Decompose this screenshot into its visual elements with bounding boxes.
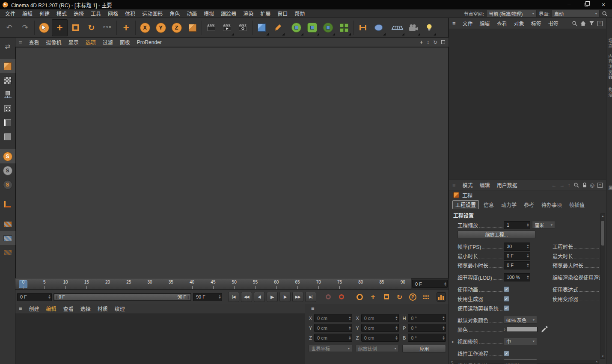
menu-help[interactable]: 帮助 <box>291 10 308 17</box>
mat-menu-edit[interactable]: 编辑 <box>43 305 60 312</box>
subdivision-surface-button[interactable] <box>288 19 304 36</box>
menu-file[interactable]: 文件 <box>2 10 19 17</box>
extrude-generator-button[interactable] <box>304 19 320 36</box>
close-button[interactable]: × <box>595 0 612 9</box>
coordinate-system-toggle[interactable] <box>184 19 200 36</box>
coordinates-burger-icon[interactable]: ≡ <box>308 305 318 312</box>
pos-x-field[interactable]: 0 cm▲▼ <box>314 314 352 322</box>
om-menu-file[interactable]: 文件 <box>459 20 476 27</box>
history-up-icon[interactable]: ↑ <box>568 182 570 188</box>
y-axis-lock[interactable]: Y <box>153 19 169 36</box>
vp-menu-panel[interactable]: 面板 <box>116 38 134 46</box>
rotate-tool[interactable]: ↻ <box>83 19 99 36</box>
am-search-icon[interactable] <box>573 182 579 188</box>
tab-dynamics[interactable]: 动力学 <box>499 201 519 209</box>
side-tab-structure[interactable]: 构造 <box>607 87 612 98</box>
recent-tool[interactable]: + <box>118 19 134 36</box>
scale-tool[interactable] <box>68 19 83 36</box>
live-selection-tool[interactable] <box>36 19 52 36</box>
key-parameter-toggle[interactable]: P <box>407 292 419 302</box>
material-burger-icon[interactable]: ≡ <box>15 305 26 312</box>
tab-todo[interactable]: 待办事项 <box>539 201 564 209</box>
om-home-icon[interactable] <box>580 21 586 26</box>
size-y-field[interactable]: 0 cm▲▼ <box>361 324 399 332</box>
fps-field[interactable]: 30▲▼ <box>504 243 530 251</box>
volume-builder-button[interactable] <box>320 19 336 36</box>
history-back-icon[interactable]: ← <box>552 182 557 188</box>
mat-menu-texture[interactable]: 纹理 <box>111 305 128 312</box>
interface-dropdown[interactable]: 启动▼ <box>552 10 600 17</box>
key-scale-toggle[interactable] <box>380 292 392 302</box>
go-to-end-button[interactable]: ▶| <box>305 292 316 302</box>
attribute-vertical-scrollbar[interactable]: ▲ ▼ <box>600 213 605 359</box>
object-burger-icon[interactable]: ≡ <box>449 20 459 27</box>
view-clipping-dropdown[interactable]: 中▼ <box>504 338 537 345</box>
menu-render[interactable]: 渲染 <box>240 10 257 17</box>
om-search-icon[interactable] <box>572 21 577 26</box>
enable-axis-button[interactable] <box>0 197 15 211</box>
am-menu-userdata[interactable]: 用户数据 <box>493 181 521 189</box>
camera-button[interactable] <box>405 19 421 36</box>
pan-view-icon[interactable]: + <box>420 39 423 45</box>
om-menu-view[interactable]: 查看 <box>493 20 511 27</box>
menu-simulate[interactable]: 模拟 <box>200 10 217 17</box>
color-expander-icon[interactable]: › <box>504 326 505 332</box>
workplane-tile-b-button[interactable] <box>0 231 15 245</box>
mat-menu-material[interactable]: 材质 <box>94 305 111 312</box>
om-menu-edit[interactable]: 编辑 <box>476 20 493 27</box>
am-target-icon[interactable]: ◎ <box>590 182 594 188</box>
scroll-down-arrow[interactable]: ▼ <box>601 354 605 358</box>
material-list-area[interactable] <box>15 314 305 364</box>
node-space-dropdown[interactable]: 当前 (标准/物理)▼ <box>486 10 537 17</box>
key-rotation-toggle[interactable]: ↻ <box>394 292 405 302</box>
vp-menu-view[interactable]: 查看 <box>26 38 43 46</box>
polygons-mode-button[interactable] <box>0 130 15 144</box>
tab-keyinterp[interactable]: 帧插值 <box>567 201 587 209</box>
render-view-button[interactable] <box>203 19 219 36</box>
previous-key-button[interactable]: ◀◀ <box>241 292 252 302</box>
project-scale-field[interactable]: 1▲▼ <box>504 221 530 229</box>
project-scale-unit-dropdown[interactable]: 厘米▼ <box>532 222 555 229</box>
default-color-dropdown[interactable]: 60% 灰色▼ <box>504 317 537 324</box>
am-menu-mode[interactable]: 模式 <box>459 181 476 189</box>
active-object-row[interactable]: 工程 <box>449 190 606 200</box>
preview-range-slider[interactable]: ∥ 0 F 90 F ∥ <box>53 293 191 301</box>
vp-menu-options[interactable]: 选项 <box>82 38 99 46</box>
use-motion-checkbox[interactable]: ✓ <box>504 305 509 311</box>
menu-extensions[interactable]: 扩展 <box>257 10 274 17</box>
lod-field[interactable]: 100 %▲▼ <box>504 273 530 281</box>
command-search-icon[interactable] <box>602 11 608 17</box>
cloner-button[interactable] <box>336 19 352 36</box>
next-key-button[interactable]: ▶▶ <box>292 292 303 302</box>
keyframe-selection-button[interactable] <box>354 292 365 302</box>
current-frame-field[interactable]: 0 F ▲▼ <box>412 280 448 288</box>
simulation-button[interactable] <box>371 19 386 36</box>
scroll-up-arrow[interactable]: ▲ <box>601 214 605 218</box>
rot-b-field[interactable]: 0 °▲▼ <box>408 334 446 342</box>
points-mode-button[interactable] <box>0 101 15 115</box>
symmetry-button[interactable] <box>355 19 371 36</box>
side-tab-content-browser[interactable]: 内容浏览器 <box>607 54 612 80</box>
color-swatch[interactable] <box>507 327 538 332</box>
am-menu-edit[interactable]: 编辑 <box>476 181 493 189</box>
om-new-window-icon[interactable]: + <box>597 21 603 26</box>
scale-mode-dropdown[interactable]: 缩放比例▼ <box>356 345 399 352</box>
viewport-canvas[interactable] <box>15 47 449 278</box>
orbit-view-icon[interactable]: ↻ <box>433 39 437 45</box>
preview-min-field[interactable]: 0 F▲▼ <box>504 261 530 269</box>
size-z-field[interactable]: 0 cm▲▼ <box>361 334 399 342</box>
psr-lock[interactable]: P S R <box>99 19 115 36</box>
coordinate-mode-dropdown[interactable]: 世界坐标▼ <box>309 345 352 352</box>
viewport-burger-icon[interactable]: ≡ <box>15 39 26 45</box>
render-picture-viewer-button[interactable] <box>219 19 235 36</box>
pos-y-field[interactable]: 0 cm▲▼ <box>314 324 352 332</box>
pos-z-field[interactable]: 0 cm▲▼ <box>314 334 352 342</box>
apply-button[interactable]: 应用 <box>402 345 446 352</box>
undo-button[interactable]: ↶ <box>1 19 17 36</box>
zoom-view-icon[interactable]: ↕ <box>427 39 429 45</box>
menu-tracker[interactable]: 跟踪器 <box>217 10 240 17</box>
menu-animate[interactable]: 动画 <box>183 10 200 17</box>
toggle-view-icon[interactable] <box>441 40 445 44</box>
om-menu-bookmarks[interactable]: 书签 <box>545 20 562 27</box>
scale-project-button[interactable]: 缩放工程... <box>458 231 535 238</box>
